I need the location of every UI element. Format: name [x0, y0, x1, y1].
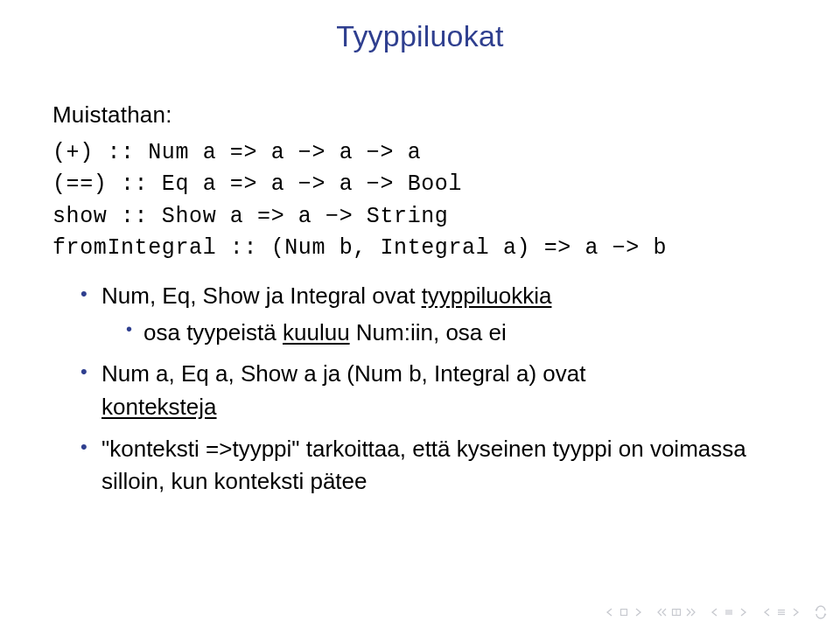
- bullet-underline: konteksteja: [102, 394, 217, 420]
- nav-frame-group: [656, 606, 696, 618]
- nav-prev-frame-icon[interactable]: [656, 606, 668, 618]
- sub-bullet-list: osa tyypeistä kuuluu Num:iin, osa ei: [102, 317, 788, 350]
- nav-next-slide-icon[interactable]: [632, 606, 644, 618]
- nav-next-frame-icon[interactable]: [684, 606, 696, 618]
- bullet-item: Num, Eq, Show ja Integral ovat tyyppiluo…: [84, 280, 788, 349]
- nav-subsection-lines-icon[interactable]: [775, 606, 788, 618]
- nav-next-section-icon[interactable]: [737, 606, 749, 618]
- slide-title: Tyyppiluokat: [52, 19, 788, 53]
- bullet-text: "konteksti =>tyyppi" tarkoittaa, että ky…: [102, 436, 746, 495]
- sub-bullet-item: osa tyypeistä kuuluu Num:iin, osa ei: [128, 317, 788, 350]
- bullet-item: Num a, Eq a, Show a ja (Num b, Integral …: [84, 358, 788, 423]
- nav-section-group: [709, 606, 749, 618]
- code-line: show :: Show a => a −> String: [52, 204, 448, 229]
- nav-back-forward-icon[interactable]: [814, 605, 828, 619]
- bullet-text: Num, Eq, Show ja Integral ovat: [102, 283, 422, 309]
- bullet-item: "konteksti =>tyyppi" tarkoittaa, että ky…: [84, 433, 788, 499]
- nav-frame-box-icon[interactable]: [670, 606, 682, 618]
- code-block: (+) :: Num a => a −> a −> a (==) :: Eq a…: [52, 137, 788, 264]
- bullet-underline: tyyppiluokkia: [422, 283, 552, 309]
- nav-prev-slide-icon[interactable]: [604, 606, 616, 618]
- bullet-list: Num, Eq, Show ja Integral ovat tyyppiluo…: [52, 280, 788, 499]
- nav-slide-group: [604, 606, 644, 618]
- bullet-text: Num a, Eq a, Show a ja (Num b, Integral …: [102, 360, 585, 387]
- nav-section-lines-icon[interactable]: [723, 606, 735, 618]
- sub-bullet-text: Num:iin, osa ei: [350, 319, 507, 345]
- sub-bullet-text: osa tyypeistä: [144, 319, 283, 345]
- code-line: fromIntegral :: (Num b, Integral a) => a…: [52, 235, 667, 261]
- sub-bullet-underline: kuuluu: [283, 319, 350, 345]
- nav-slide-box-icon[interactable]: [618, 606, 630, 618]
- svg-rect-0: [621, 610, 627, 616]
- slide: Tyyppiluokat Muistathan: (+) :: Num a =>…: [0, 0, 840, 628]
- code-line: (+) :: Num a => a −> a −> a: [52, 140, 421, 165]
- code-line: (==) :: Eq a => a −> a −> Bool: [52, 171, 462, 197]
- nav-subsection-group: [761, 606, 802, 618]
- intro-text: Muistathan:: [52, 101, 788, 129]
- beamer-navbar: [604, 605, 828, 619]
- nav-prev-subsection-icon[interactable]: [761, 606, 774, 618]
- nav-prev-section-icon[interactable]: [709, 606, 721, 618]
- nav-next-subsection-icon[interactable]: [789, 606, 802, 618]
